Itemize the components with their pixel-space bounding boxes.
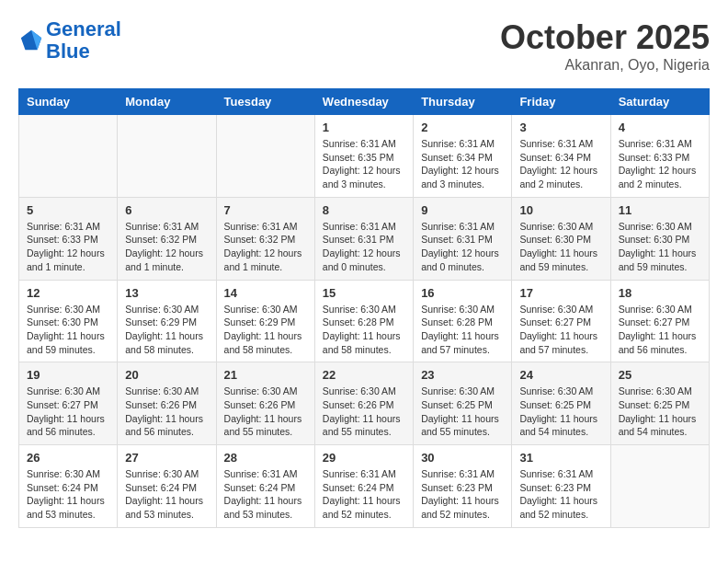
logo-text: General Blue <box>46 18 121 63</box>
weekday-header: Saturday <box>610 89 709 115</box>
day-number: 11 <box>619 203 701 217</box>
day-info: Sunrise: 6:30 AM Sunset: 6:30 PM Dayligh… <box>27 303 109 357</box>
weekday-header: Monday <box>118 89 216 115</box>
day-number: 15 <box>323 286 405 300</box>
day-info: Sunrise: 6:30 AM Sunset: 6:25 PM Dayligh… <box>421 385 504 439</box>
calendar-day-cell <box>19 115 118 198</box>
day-number: 18 <box>619 286 701 300</box>
calendar-day-cell: 14Sunrise: 6:30 AM Sunset: 6:29 PM Dayli… <box>216 280 314 362</box>
day-number: 12 <box>27 286 109 300</box>
month-title: October 2025 <box>500 18 710 57</box>
calendar-day-cell: 26Sunrise: 6:30 AM Sunset: 6:24 PM Dayli… <box>19 445 118 528</box>
calendar-day-cell: 9Sunrise: 6:31 AM Sunset: 6:31 PM Daylig… <box>414 197 512 280</box>
day-number: 20 <box>125 368 208 382</box>
calendar-day-cell: 1Sunrise: 6:31 AM Sunset: 6:35 PM Daylig… <box>314 115 413 198</box>
day-info: Sunrise: 6:30 AM Sunset: 6:28 PM Dayligh… <box>323 303 405 357</box>
title-area: October 2025 Akanran, Oyo, Nigeria <box>500 18 710 74</box>
day-info: Sunrise: 6:30 AM Sunset: 6:26 PM Dayligh… <box>125 385 208 439</box>
day-info: Sunrise: 6:31 AM Sunset: 6:34 PM Dayligh… <box>421 137 504 191</box>
day-info: Sunrise: 6:31 AM Sunset: 6:34 PM Dayligh… <box>519 137 602 191</box>
calendar-day-cell: 4Sunrise: 6:31 AM Sunset: 6:33 PM Daylig… <box>610 115 709 198</box>
day-info: Sunrise: 6:31 AM Sunset: 6:31 PM Dayligh… <box>323 220 405 274</box>
weekday-header: Thursday <box>414 89 512 115</box>
calendar-day-cell: 16Sunrise: 6:30 AM Sunset: 6:28 PM Dayli… <box>414 280 512 362</box>
day-number: 27 <box>125 451 208 465</box>
calendar-week-row: 19Sunrise: 6:30 AM Sunset: 6:27 PM Dayli… <box>19 362 710 445</box>
calendar-day-cell: 12Sunrise: 6:30 AM Sunset: 6:30 PM Dayli… <box>19 280 118 362</box>
day-number: 3 <box>519 121 602 134</box>
logo: General Blue <box>18 18 121 63</box>
day-number: 9 <box>421 203 504 217</box>
day-number: 30 <box>421 451 504 465</box>
day-info: Sunrise: 6:31 AM Sunset: 6:23 PM Dayligh… <box>421 467 504 522</box>
calendar-day-cell: 23Sunrise: 6:30 AM Sunset: 6:25 PM Dayli… <box>414 362 512 445</box>
day-number: 5 <box>27 203 109 217</box>
calendar-day-cell: 5Sunrise: 6:31 AM Sunset: 6:33 PM Daylig… <box>19 197 118 280</box>
day-info: Sunrise: 6:31 AM Sunset: 6:35 PM Dayligh… <box>323 137 405 191</box>
calendar-day-cell: 20Sunrise: 6:30 AM Sunset: 6:26 PM Dayli… <box>118 362 216 445</box>
calendar-day-cell: 7Sunrise: 6:31 AM Sunset: 6:32 PM Daylig… <box>216 197 314 280</box>
weekday-header: Wednesday <box>314 89 413 115</box>
day-number: 24 <box>519 368 602 382</box>
day-number: 4 <box>619 121 701 134</box>
calendar-day-cell: 29Sunrise: 6:31 AM Sunset: 6:24 PM Dayli… <box>314 445 413 528</box>
day-info: Sunrise: 6:31 AM Sunset: 6:31 PM Dayligh… <box>421 220 504 274</box>
day-info: Sunrise: 6:30 AM Sunset: 6:29 PM Dayligh… <box>125 303 208 357</box>
calendar-day-cell: 31Sunrise: 6:31 AM Sunset: 6:23 PM Dayli… <box>512 445 610 528</box>
weekday-header: Friday <box>512 89 610 115</box>
day-info: Sunrise: 6:30 AM Sunset: 6:27 PM Dayligh… <box>619 303 701 357</box>
day-info: Sunrise: 6:30 AM Sunset: 6:30 PM Dayligh… <box>519 220 602 274</box>
day-number: 7 <box>224 203 307 217</box>
day-info: Sunrise: 6:30 AM Sunset: 6:29 PM Dayligh… <box>224 303 307 357</box>
day-number: 2 <box>421 121 504 134</box>
day-info: Sunrise: 6:30 AM Sunset: 6:24 PM Dayligh… <box>27 467 109 522</box>
logo-line1: General <box>46 17 121 40</box>
day-number: 31 <box>519 451 602 465</box>
calendar-day-cell <box>118 115 216 198</box>
day-number: 21 <box>224 368 307 382</box>
day-info: Sunrise: 6:31 AM Sunset: 6:32 PM Dayligh… <box>125 220 208 274</box>
day-number: 23 <box>421 368 504 382</box>
calendar-week-row: 1Sunrise: 6:31 AM Sunset: 6:35 PM Daylig… <box>19 115 710 198</box>
day-info: Sunrise: 6:31 AM Sunset: 6:23 PM Dayligh… <box>519 467 602 522</box>
calendar-week-row: 26Sunrise: 6:30 AM Sunset: 6:24 PM Dayli… <box>19 445 710 528</box>
calendar-day-cell: 21Sunrise: 6:30 AM Sunset: 6:26 PM Dayli… <box>216 362 314 445</box>
calendar-day-cell: 15Sunrise: 6:30 AM Sunset: 6:28 PM Dayli… <box>314 280 413 362</box>
day-info: Sunrise: 6:30 AM Sunset: 6:26 PM Dayligh… <box>323 385 405 439</box>
calendar-day-cell: 10Sunrise: 6:30 AM Sunset: 6:30 PM Dayli… <box>512 197 610 280</box>
calendar-day-cell: 11Sunrise: 6:30 AM Sunset: 6:30 PM Dayli… <box>610 197 709 280</box>
day-info: Sunrise: 6:30 AM Sunset: 6:28 PM Dayligh… <box>421 303 504 357</box>
calendar-day-cell: 8Sunrise: 6:31 AM Sunset: 6:31 PM Daylig… <box>314 197 413 280</box>
day-number: 22 <box>323 368 405 382</box>
day-info: Sunrise: 6:31 AM Sunset: 6:33 PM Dayligh… <box>27 220 109 274</box>
calendar-day-cell: 28Sunrise: 6:31 AM Sunset: 6:24 PM Dayli… <box>216 445 314 528</box>
day-info: Sunrise: 6:30 AM Sunset: 6:25 PM Dayligh… <box>619 385 701 439</box>
location: Akanran, Oyo, Nigeria <box>500 57 710 74</box>
day-info: Sunrise: 6:30 AM Sunset: 6:30 PM Dayligh… <box>619 220 701 274</box>
logo-line2: Blue <box>46 40 90 63</box>
day-info: Sunrise: 6:31 AM Sunset: 6:24 PM Dayligh… <box>323 467 405 522</box>
day-number: 16 <box>421 286 504 300</box>
day-number: 28 <box>224 451 307 465</box>
day-info: Sunrise: 6:31 AM Sunset: 6:33 PM Dayligh… <box>619 137 701 191</box>
calendar-day-cell: 6Sunrise: 6:31 AM Sunset: 6:32 PM Daylig… <box>118 197 216 280</box>
calendar-week-row: 5Sunrise: 6:31 AM Sunset: 6:33 PM Daylig… <box>19 197 710 280</box>
day-number: 10 <box>519 203 602 217</box>
calendar-day-cell: 13Sunrise: 6:30 AM Sunset: 6:29 PM Dayli… <box>118 280 216 362</box>
calendar-day-cell: 22Sunrise: 6:30 AM Sunset: 6:26 PM Dayli… <box>314 362 413 445</box>
calendar-day-cell: 30Sunrise: 6:31 AM Sunset: 6:23 PM Dayli… <box>414 445 512 528</box>
calendar-week-row: 12Sunrise: 6:30 AM Sunset: 6:30 PM Dayli… <box>19 280 710 362</box>
day-number: 29 <box>323 451 405 465</box>
calendar-day-cell: 24Sunrise: 6:30 AM Sunset: 6:25 PM Dayli… <box>512 362 610 445</box>
calendar-day-cell: 2Sunrise: 6:31 AM Sunset: 6:34 PM Daylig… <box>414 115 512 198</box>
calendar-day-cell: 17Sunrise: 6:30 AM Sunset: 6:27 PM Dayli… <box>512 280 610 362</box>
day-info: Sunrise: 6:30 AM Sunset: 6:26 PM Dayligh… <box>224 385 307 439</box>
day-info: Sunrise: 6:30 AM Sunset: 6:27 PM Dayligh… <box>27 385 109 439</box>
weekday-header: Sunday <box>19 89 118 115</box>
day-number: 8 <box>323 203 405 217</box>
page-header: General Blue October 2025 Akanran, Oyo, … <box>18 18 710 74</box>
calendar-table: SundayMondayTuesdayWednesdayThursdayFrid… <box>18 88 710 528</box>
calendar-day-cell: 3Sunrise: 6:31 AM Sunset: 6:34 PM Daylig… <box>512 115 610 198</box>
day-number: 1 <box>323 121 405 134</box>
calendar-day-cell: 18Sunrise: 6:30 AM Sunset: 6:27 PM Dayli… <box>610 280 709 362</box>
